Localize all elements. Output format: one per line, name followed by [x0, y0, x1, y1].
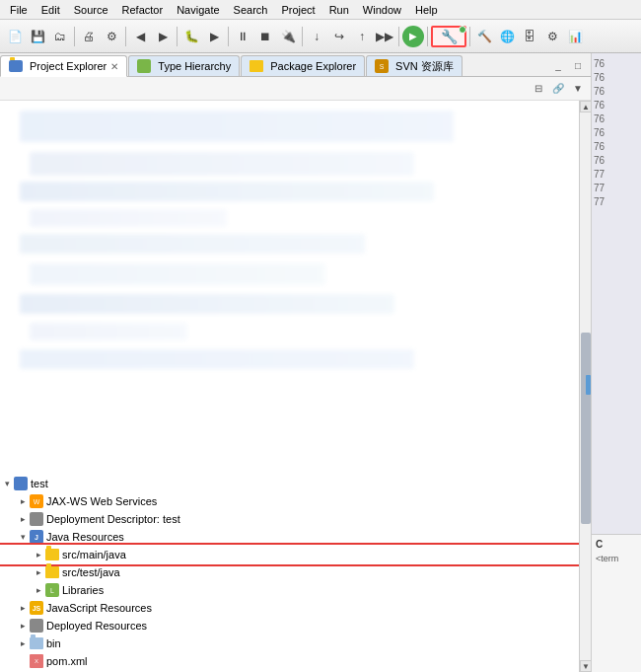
prev-edit-button[interactable]: ◀: [129, 26, 151, 47]
tree-container: ▾ test ▸ W JAX-WS Web Services: [0, 473, 579, 672]
step-out-button[interactable]: ↑: [351, 26, 373, 47]
label-js-resources: JavaScript Resources: [46, 602, 152, 614]
tab-svn-label: SVN 资源库: [395, 59, 454, 74]
print-button[interactable]: 🖨: [78, 26, 100, 47]
tab-package-explorer[interactable]: Package Explorer: [241, 55, 365, 76]
menu-edit[interactable]: Edit: [36, 2, 66, 18]
xml-icon-pom: X: [30, 654, 43, 668]
tab-svn[interactable]: S SVN 资源库: [366, 55, 463, 76]
next-edit-button[interactable]: ▶: [152, 26, 174, 47]
arrow-jaxws: ▸: [16, 494, 30, 508]
blur-row-9: [20, 349, 414, 369]
deploy-icon-deployed: [30, 619, 43, 633]
server-button[interactable]: 🌐: [496, 26, 518, 47]
database-button[interactable]: 🗄: [519, 26, 540, 47]
blur-row-5: [20, 234, 365, 254]
file-tree-scroll: ▾ test ▸ W JAX-WS Web Services: [0, 101, 591, 672]
blur-row-8: [30, 323, 187, 340]
src-folder-icon-main: [45, 549, 59, 560]
sep8: [469, 27, 470, 46]
tab-type-hierarchy-label: Type Hierarchy: [158, 60, 231, 72]
menu-search[interactable]: Search: [228, 2, 274, 18]
tree-item-jaxws[interactable]: ▸ W JAX-WS Web Services: [0, 492, 579, 510]
sep1: [74, 27, 75, 46]
arrow-deployed: ▸: [16, 619, 30, 633]
arrow-bin: ▸: [16, 636, 30, 650]
blur-row-2: [30, 152, 414, 176]
view-menu-button[interactable]: ▼: [569, 80, 587, 98]
settings2-button[interactable]: ⚙: [541, 26, 563, 47]
scroll-up-arrow[interactable]: ▲: [580, 101, 591, 112]
line-num-1: 76: [594, 57, 639, 71]
disconnect-button[interactable]: 🔌: [277, 26, 299, 47]
label-test: test: [31, 478, 48, 489]
tab-type-hierarchy[interactable]: Type Hierarchy: [128, 55, 240, 76]
save-button[interactable]: 💾: [27, 26, 48, 47]
debug-button[interactable]: 🐛: [180, 26, 202, 47]
arrow-src-main: ▸: [32, 548, 45, 561]
menu-run[interactable]: Run: [323, 2, 355, 18]
suspend-button[interactable]: ⏸: [232, 26, 253, 47]
tree-item-test[interactable]: ▾ test: [0, 475, 579, 492]
vertical-scrollbar[interactable]: ▲ ▼: [579, 101, 591, 672]
console-area: C <term: [592, 534, 641, 672]
scroll-thumb[interactable]: [581, 333, 591, 524]
tree-item-deployed[interactable]: ▸ Deployed Resources: [0, 617, 579, 635]
package-explorer-icon: [249, 60, 263, 72]
new-button[interactable]: 📄: [4, 26, 26, 47]
run-button[interactable]: ▶: [203, 26, 225, 47]
menu-file[interactable]: File: [4, 2, 34, 18]
src-folder-icon-test: [45, 566, 59, 578]
sep5: [302, 27, 303, 46]
step-over-button[interactable]: ↪: [328, 26, 350, 47]
project-icon-test: [14, 477, 28, 490]
menu-navigate[interactable]: Navigate: [171, 2, 225, 18]
line-num-6: 76: [594, 126, 639, 140]
tree-item-src-test[interactable]: ▸ src/test/java: [0, 563, 579, 581]
menu-window[interactable]: Window: [357, 2, 407, 18]
menu-project[interactable]: Project: [275, 2, 320, 18]
java-icon-resources: J: [30, 530, 43, 544]
tree-item-pom[interactable]: ▸ X pom.xml: [0, 652, 579, 670]
tab-project-explorer-close[interactable]: ✕: [110, 61, 118, 72]
scroll-position-marker: [586, 375, 591, 395]
tree-item-js-resources[interactable]: ▸ JS JavaScript Resources: [0, 599, 579, 617]
save-all-button[interactable]: 🗂: [49, 26, 71, 47]
menu-refactor[interactable]: Refactor: [116, 2, 170, 18]
tree-item-deployment[interactable]: ▸ Deployment Descriptor: test: [0, 510, 579, 528]
menu-source[interactable]: Source: [68, 2, 114, 18]
ws-icon-jaxws: W: [30, 494, 43, 508]
tree-item-libraries[interactable]: ▸ L Libraries: [0, 581, 579, 599]
minimize-panel-button[interactable]: _: [549, 57, 567, 75]
perspective-button[interactable]: 📊: [564, 26, 586, 47]
blur-row-4: [30, 209, 227, 227]
tab-spacer: [463, 55, 545, 76]
deploy-icon-deployment: [30, 512, 43, 526]
label-bin: bin: [46, 637, 61, 649]
maximize-panel-button[interactable]: □: [569, 57, 587, 75]
menu-help[interactable]: Help: [409, 2, 444, 18]
line-num-9: 77: [594, 168, 639, 182]
run-green-button[interactable]: ▶: [402, 26, 424, 47]
tree-item-bin[interactable]: ▸ bin: [0, 635, 579, 652]
step-into-button[interactable]: ↓: [306, 26, 327, 47]
scroll-track[interactable]: [580, 112, 591, 660]
properties-button[interactable]: ⚙: [101, 26, 122, 47]
tree-item-src-main[interactable]: ▸ src/main/java: [0, 546, 579, 563]
highlighted-button[interactable]: 🔧: [431, 26, 466, 47]
external-tools-button[interactable]: 🔨: [473, 26, 495, 47]
tab-project-explorer[interactable]: Project Explorer ✕: [0, 55, 127, 77]
line-num-7: 76: [594, 140, 639, 154]
folder-icon-bin: [30, 637, 43, 649]
right-column: 76 76 76 76 76 76 76 76 77 77 77 C <term: [592, 53, 641, 672]
line-num-4: 76: [594, 99, 639, 112]
tree-item-java-resources[interactable]: ▾ J Java Resources: [0, 528, 579, 546]
terminate-button[interactable]: ⏹: [254, 26, 276, 47]
scroll-down-arrow[interactable]: ▼: [580, 660, 591, 672]
link-editor-button[interactable]: 🔗: [549, 80, 567, 98]
label-libraries: Libraries: [62, 584, 104, 596]
blur-row-3: [20, 182, 434, 201]
folder-tab2: [46, 563, 51, 566]
collapse-all-button[interactable]: ⊟: [530, 80, 547, 98]
resume-button[interactable]: ▶▶: [374, 26, 395, 47]
